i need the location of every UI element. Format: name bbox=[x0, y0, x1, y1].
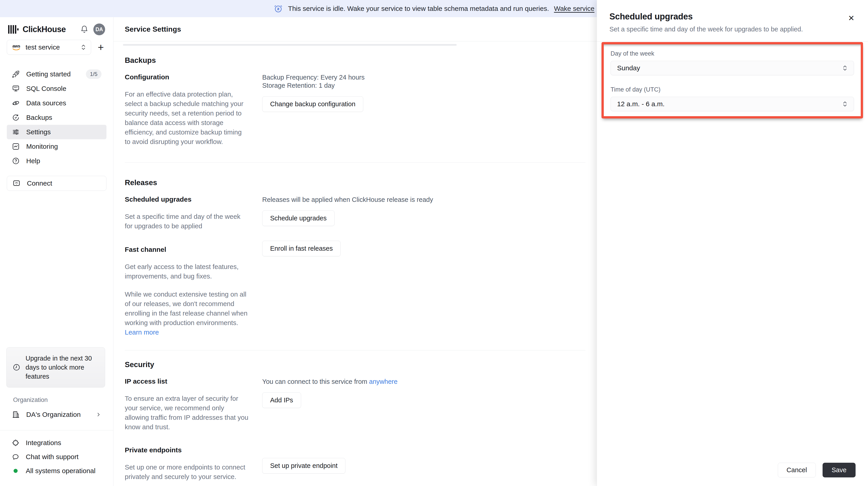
enroll-fast-releases-button[interactable]: Enroll in fast releases bbox=[262, 241, 341, 256]
sidebar-item-getting-started[interactable]: Getting started 1/5 bbox=[7, 67, 106, 81]
backups-description: For an effective data protection plan, s… bbox=[125, 90, 249, 147]
upgrade-notice-text: Upgrade in the next 30 days to unlock mo… bbox=[26, 354, 99, 381]
sidebar-item-settings[interactable]: Settings bbox=[7, 125, 106, 139]
ip-access-list-label: IP access list bbox=[125, 377, 262, 385]
change-backup-configuration-button[interactable]: Change backup configuration bbox=[262, 96, 363, 112]
console-icon bbox=[12, 85, 20, 93]
backups-section-heading: Backups bbox=[125, 56, 585, 65]
anywhere-link[interactable]: anywhere bbox=[369, 378, 398, 385]
add-ips-button[interactable]: Add IPs bbox=[262, 392, 301, 408]
cancel-button[interactable]: Cancel bbox=[778, 463, 816, 478]
chevron-up-down-icon bbox=[81, 43, 86, 51]
integrations-label: Integrations bbox=[26, 439, 61, 447]
puzzle-icon bbox=[12, 439, 20, 447]
backup-frequency-text: Backup Frequency: Every 24 hours bbox=[262, 73, 585, 81]
backups-configuration-row: Configuration For an effective data prot… bbox=[125, 73, 585, 147]
sidebar-divider bbox=[0, 430, 113, 430]
time-of-day-value: 12 a.m. - 6 a.m. bbox=[617, 100, 664, 108]
organization-row[interactable]: DA's Organization bbox=[6, 407, 107, 422]
sidebar-item-help[interactable]: Help bbox=[7, 154, 106, 168]
learn-more-link[interactable]: Learn more bbox=[125, 329, 159, 336]
status-green-dot-icon bbox=[13, 469, 18, 473]
banner-text: This service is idle. Wake your service … bbox=[288, 5, 549, 12]
scheduled-upgrades-row: Scheduled upgrades Set a specific time a… bbox=[125, 195, 585, 231]
service-selector[interactable]: aws test service bbox=[7, 40, 91, 55]
drawer-subtitle: Set a specific time and day of the week … bbox=[610, 26, 856, 33]
sidebar-item-label: Getting started bbox=[26, 70, 71, 78]
releases-section-heading: Releases bbox=[125, 178, 585, 187]
ip-access-list-row: IP access list To ensure an extra layer … bbox=[125, 377, 585, 432]
fast-channel-label: Fast channel bbox=[125, 246, 262, 253]
connect-icon bbox=[12, 179, 21, 187]
organization-name: DA's Organization bbox=[26, 411, 81, 418]
help-icon bbox=[12, 157, 20, 165]
organization-section-label: Organization bbox=[13, 396, 48, 403]
fast-channel-description-2: While we conduct extensive testing on al… bbox=[125, 290, 249, 337]
integrations-item[interactable]: Integrations bbox=[6, 436, 107, 450]
close-icon[interactable]: ✕ bbox=[846, 13, 856, 23]
rocket-icon bbox=[12, 70, 20, 78]
ip-access-list-description: To ensure an extra layer of security for… bbox=[125, 394, 249, 432]
notifications-bell-icon[interactable] bbox=[80, 25, 88, 33]
save-button[interactable]: Save bbox=[823, 463, 856, 478]
fast-channel-row: Fast channel Get early access to the lat… bbox=[125, 241, 585, 337]
backups-icon bbox=[12, 114, 20, 122]
chevron-right-icon bbox=[96, 412, 101, 418]
sidebar-item-backups[interactable]: Backups bbox=[7, 110, 106, 125]
storage-retention-text: Storage Retention: 1 day bbox=[262, 81, 585, 90]
time-of-day-label: Time of day (UTC) bbox=[611, 86, 854, 93]
brand-name: ClickHouse bbox=[23, 25, 66, 34]
app-window: This service is idle. Wake your service … bbox=[0, 0, 868, 486]
sidebar-nav: Getting started 1/5 SQL Console Data sou… bbox=[0, 67, 113, 168]
system-status-item[interactable]: All systems operational bbox=[6, 464, 107, 478]
red-annotation-box: Day of the week Sunday Time of day (UTC)… bbox=[601, 42, 863, 118]
time-of-day-select[interactable]: 12 a.m. - 6 a.m. bbox=[611, 97, 854, 111]
chat-icon bbox=[12, 453, 20, 461]
avatar[interactable]: DA bbox=[93, 24, 105, 35]
building-icon bbox=[12, 411, 20, 419]
day-of-week-label: Day of the week bbox=[611, 50, 854, 57]
brand-row: ClickHouse DA bbox=[7, 23, 106, 36]
chat-support-label: Chat with support bbox=[26, 453, 79, 461]
connect-button[interactable]: Connect bbox=[7, 176, 106, 191]
wake-service-link[interactable]: Wake service bbox=[554, 5, 594, 12]
schedule-upgrades-button[interactable]: Schedule upgrades bbox=[262, 210, 335, 226]
scheduled-upgrades-label: Scheduled upgrades bbox=[125, 195, 262, 203]
settings-sliders-icon bbox=[12, 128, 20, 136]
getting-started-progress-badge: 1/5 bbox=[86, 69, 101, 79]
sidebar-item-data-sources[interactable]: Data sources bbox=[7, 96, 106, 110]
upgrade-notice-card[interactable]: Upgrade in the next 30 days to unlock mo… bbox=[6, 347, 105, 388]
sidebar-item-monitoring[interactable]: Monitoring bbox=[7, 139, 106, 154]
sidebar: ClickHouse DA aws test service + Getting… bbox=[0, 17, 114, 486]
day-of-week-select[interactable]: Sunday bbox=[611, 61, 854, 75]
fast-channel-description-1: Get early access to the latest features,… bbox=[125, 262, 249, 281]
chevron-up-down-icon bbox=[842, 100, 847, 108]
sidebar-item-sql-console[interactable]: SQL Console bbox=[7, 81, 106, 96]
setup-private-endpoint-button[interactable]: Set up private endpoint bbox=[262, 458, 345, 474]
release-ready-note: Releases will be applied when ClickHouse… bbox=[262, 195, 585, 204]
chevron-up-down-icon bbox=[842, 64, 847, 72]
scroll-indicator[interactable] bbox=[123, 44, 457, 45]
private-endpoints-row: Private endpoints Set up one or more end… bbox=[125, 446, 585, 482]
service-name: test service bbox=[26, 43, 60, 51]
section-divider bbox=[125, 350, 585, 351]
scheduled-upgrades-description: Set a specific time and day of the week … bbox=[125, 212, 249, 231]
day-of-week-value: Sunday bbox=[617, 64, 640, 72]
status-label: All systems operational bbox=[26, 467, 95, 475]
sidebar-item-label: Data sources bbox=[26, 99, 66, 107]
scheduled-upgrades-drawer: Scheduled upgrades Set a specific time a… bbox=[597, 0, 868, 486]
private-endpoints-label: Private endpoints bbox=[125, 446, 262, 454]
sidebar-item-label: Backups bbox=[26, 114, 52, 121]
chat-support-item[interactable]: Chat with support bbox=[6, 450, 107, 464]
sidebar-item-label: Settings bbox=[26, 128, 51, 136]
aws-provider-icon: aws bbox=[12, 44, 21, 51]
monitoring-chart-icon bbox=[12, 143, 20, 151]
drawer-title: Scheduled upgrades bbox=[610, 12, 856, 22]
connect-from-note: You can connect to this service from any… bbox=[262, 377, 585, 386]
connect-label: Connect bbox=[27, 180, 52, 187]
configuration-label: Configuration bbox=[125, 73, 262, 81]
data-sources-icon bbox=[12, 99, 20, 107]
add-service-button[interactable]: + bbox=[95, 41, 106, 53]
alarm-snooze-icon bbox=[274, 4, 283, 13]
sidebar-item-label: Help bbox=[26, 157, 40, 165]
